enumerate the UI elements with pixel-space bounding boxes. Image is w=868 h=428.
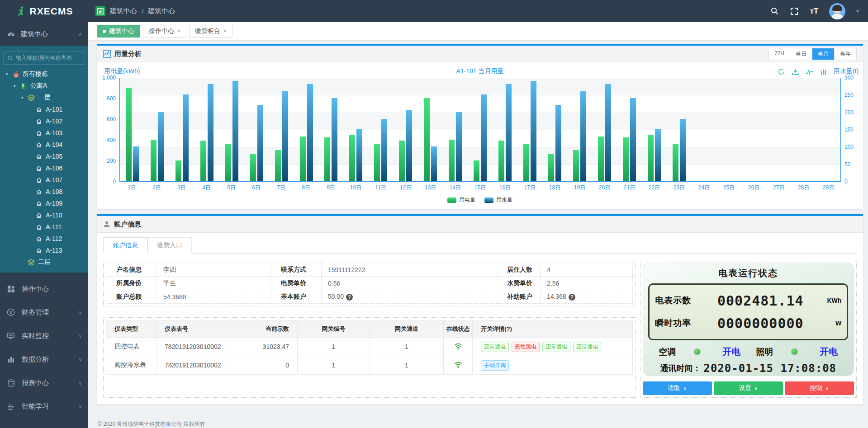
legend-item-用电量[interactable]: 用电量 [447,196,475,204]
tree-search-box[interactable] [3,51,85,65]
sidebar-item-实时监控[interactable]: 实时监控∨ [0,324,88,348]
workspace-tab-缴费柜台[interactable]: 缴费柜台× [189,25,232,38]
bar-electricity[interactable] [349,135,355,182]
tree-item-A-103[interactable]: A-103 [0,127,88,139]
bar-water[interactable] [531,81,536,181]
bar-water[interactable] [381,119,387,181]
bar-water[interactable] [158,112,164,181]
workspace-tab-操作中心[interactable]: 操作中心× [143,25,186,38]
tree-item-A-111[interactable]: A-111 [0,221,88,233]
bar-water[interactable] [307,84,313,181]
range-button-当年[interactable]: 当年 [834,48,856,60]
bar-water[interactable] [183,94,189,181]
fullscreen-icon[interactable] [789,6,799,16]
bar-water[interactable] [655,129,661,181]
range-button-当月[interactable]: 当月 [812,48,834,60]
avatar[interactable] [829,3,845,19]
switch-badge-正常通电[interactable]: 正常通电 [481,342,509,352]
bar-electricity[interactable] [151,140,157,181]
tree-search-input[interactable] [16,55,79,61]
account-tab-缴费入口[interactable]: 缴费入口 [147,237,192,254]
help-icon[interactable]: ? [346,294,353,301]
bar-electricity[interactable] [175,160,181,181]
bar-electricity[interactable] [548,154,554,181]
bar-water[interactable] [456,112,462,181]
breadcrumb-item[interactable]: 建筑中心 [148,7,175,15]
tree-item-A-108[interactable]: A-108 [0,186,88,198]
tree-item-一层[interactable]: ▾一层 [0,92,88,103]
sidebar-item-数据分析[interactable]: 数据分析∨ [0,348,88,371]
sidebar-item-智能学习[interactable]: 智能学习∨ [0,395,88,418]
bar-electricity[interactable] [275,150,281,181]
breadcrumb-item[interactable]: 建筑中心 [110,7,137,15]
sidebar-item-操作中心[interactable]: 操作中心 [0,277,88,301]
tree-item-A-102[interactable]: A-102 [0,115,88,127]
bar-electricity[interactable] [126,88,132,181]
help-icon[interactable]: ? [569,294,575,301]
bar-electricity[interactable] [250,154,256,181]
tree-item-A-109[interactable]: A-109 [0,198,88,209]
bar-electricity[interactable] [498,141,504,181]
bar-water[interactable] [555,105,561,181]
tree-item-二层[interactable]: 二层 [0,256,88,268]
tree-item-所有楼栋[interactable]: ▾所有楼栋 [0,68,88,80]
legend-item-用水量[interactable]: 用水量 [484,196,512,204]
bar-electricity[interactable] [449,140,455,181]
tree-expand-arrow-icon[interactable]: ▾ [12,84,17,88]
bar-electricity[interactable] [374,144,380,181]
switch-badge-正常通电[interactable]: 正常通电 [573,342,601,352]
logo[interactable]: RXECMS [0,6,88,17]
bar-electricity[interactable] [573,150,579,181]
bar-water[interactable] [580,91,586,181]
font-size-icon[interactable]: ᴛT [809,6,819,16]
range-button-72H[interactable]: 72H [769,48,790,60]
bar-water[interactable] [332,98,337,181]
caret-down-icon[interactable]: ▼ [855,9,860,14]
bar-electricity[interactable] [598,136,604,181]
meter-button-控制[interactable]: 控制∨ [785,381,854,395]
bar-water[interactable] [605,84,611,181]
sidebar-item-财务管理[interactable]: 财务管理∨ [0,301,88,324]
bar-water[interactable] [431,146,437,181]
meter-button-设置[interactable]: 设置∨ [714,381,783,395]
tree-item-公寓A[interactable]: ▾公寓A [0,80,88,92]
bar-electricity[interactable] [673,144,678,181]
workspace-tab-建筑中心[interactable]: 建筑中心 [97,25,140,38]
bar-electricity[interactable] [474,160,479,181]
account-tab-账户信息[interactable]: 账户信息 [103,237,147,254]
sidebar-item-building-center[interactable]: 建筑中心 ∧ [0,22,88,46]
bar-electricity[interactable] [399,141,405,181]
bar-water[interactable] [630,98,636,181]
bar-water[interactable] [232,81,238,181]
switch-badge-手动开阀[interactable]: 手动开阀 [481,360,509,371]
tree-item-A-104[interactable]: A-104 [0,139,88,151]
tree-item-A-101[interactable]: A-101 [0,103,88,115]
tree-item-A-113[interactable]: A-113 [0,245,88,256]
close-icon[interactable]: × [223,28,227,34]
bar-water[interactable] [257,105,263,181]
bar-electricity[interactable] [623,137,629,181]
bar-electricity[interactable] [523,144,529,181]
bar-water[interactable] [356,129,362,181]
bar-water[interactable] [282,91,288,181]
bar-water[interactable] [680,119,686,181]
switch-badge-正常通电[interactable]: 正常通电 [542,342,570,352]
bar-electricity[interactable] [648,135,654,182]
bar-water[interactable] [406,110,412,181]
switch-badge-恶性跳电[interactable]: 恶性跳电 [512,342,540,352]
tree-expand-arrow-icon[interactable]: ▾ [20,95,24,100]
tree-expand-arrow-icon[interactable]: ▾ [5,72,9,76]
bar-electricity[interactable] [225,144,231,181]
bar-water[interactable] [481,94,487,181]
bar-electricity[interactable] [324,137,330,181]
tree-item-A-110[interactable]: A-110 [0,209,88,221]
range-button-当日[interactable]: 当日 [790,48,812,60]
tree-item-A-107[interactable]: A-107 [0,174,88,186]
bar-electricity[interactable] [300,136,306,181]
tree-item-A-106[interactable]: A-106 [0,162,88,174]
tree-item-A-105[interactable]: A-105 [0,151,88,162]
close-icon[interactable]: × [177,28,180,34]
bar-water[interactable] [133,146,139,181]
bar-water[interactable] [506,84,512,181]
sidebar-item-报表中心[interactable]: 报表中心∨ [0,371,88,395]
